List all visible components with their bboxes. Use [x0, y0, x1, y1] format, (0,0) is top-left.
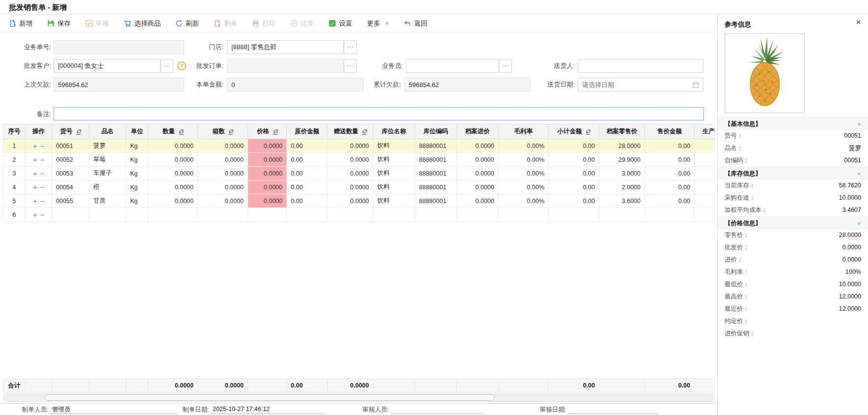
cell-code[interactable]: 00052 [52, 153, 89, 167]
settle-button: 结算 [290, 19, 314, 28]
info-item: 毛利率：100% [718, 266, 868, 278]
info-item-value: 10.0000 [839, 192, 861, 204]
customer-input[interactable] [54, 59, 161, 73]
window-title-bar: 批发销售单 - 新增 [0, 0, 868, 15]
horizontal-scrollbar-thumb[interactable] [45, 394, 495, 401]
cell-subtotal[interactable]: 0.00 [549, 167, 599, 180]
total-file_retail [599, 379, 645, 392]
table-row[interactable]: 1+−00051菠萝Kg0.00000.00000.00000.000.0000… [3, 139, 715, 153]
remove-row-button[interactable]: − [39, 156, 46, 164]
col-header-idx: 序号 [3, 124, 26, 139]
cell-boxes[interactable]: 0.0000 [198, 194, 248, 208]
cell-sale_amount: 0.00 [645, 153, 695, 167]
salesman-browse-button[interactable]: ⋯ [499, 59, 512, 73]
cell-price[interactable]: 0.0000 [248, 194, 287, 208]
store-browse-button[interactable]: ⋯ [344, 40, 357, 54]
remove-row-button[interactable]: − [39, 183, 46, 191]
add-button[interactable]: 新增 [9, 19, 32, 28]
cell-subtotal[interactable]: 0.00 [549, 180, 599, 194]
cell-gift_qty[interactable]: 0.0000 [328, 167, 373, 180]
cell-qty[interactable]: 0.0000 [148, 153, 198, 167]
save-icon [47, 20, 55, 27]
salesman-input[interactable] [406, 59, 499, 73]
cell-price[interactable]: 0.0000 [248, 167, 287, 180]
cell-idx: 2 [3, 153, 26, 167]
deliverer-input[interactable] [578, 59, 703, 73]
cell-loc_code: 88880001 [415, 167, 457, 180]
total-debt-label: 累计欠款: [368, 78, 401, 91]
section-header[interactable]: 【基本信息】∨ [718, 117, 868, 130]
section-header[interactable]: 【库存信息】∨ [718, 167, 868, 179]
totals-table: 合计0.00000.00000.000.00000.000.00 [3, 379, 715, 392]
cell-boxes[interactable]: 0.0000 [198, 153, 248, 167]
remove-row-button[interactable]: − [39, 211, 46, 219]
document-footer: 制单人员: 管理员制单日期: 2025-10-27 17:46:12审核人员: … [0, 403, 717, 415]
cell-boxes[interactable]: 0.0000 [198, 180, 248, 194]
table-row[interactable]: 3+−00053车厘子Kg0.00000.00000.00000.000.000… [3, 167, 715, 180]
add-row-button[interactable]: + [31, 156, 38, 164]
cell-file_cost: 0.0000 [457, 194, 499, 208]
cell-price[interactable]: 0.0000 [248, 180, 287, 194]
add-row-button[interactable]: + [31, 183, 38, 191]
store-input[interactable] [227, 40, 344, 54]
cell-code[interactable]: 00053 [52, 167, 89, 180]
calendar-icon[interactable] [693, 82, 699, 88]
cell-boxes[interactable]: 0.0000 [198, 167, 248, 180]
close-icon[interactable]: × [856, 18, 861, 27]
pineapple-image [738, 36, 792, 110]
remove-row-button[interactable]: − [39, 170, 46, 178]
total-idx: 合计 [3, 379, 26, 392]
total-debt-input [404, 78, 531, 91]
col-header-margin: 毛利率 [499, 124, 549, 139]
cell-qty[interactable]: 0.0000 [148, 139, 198, 153]
info-item-value: 12.0000 [839, 291, 861, 303]
cell-subtotal[interactable]: 0.00 [549, 139, 599, 153]
delivery-date-input[interactable] [578, 78, 703, 91]
cell-gift_qty[interactable]: 0.0000 [328, 180, 373, 194]
col-header-unit: 单位 [126, 124, 148, 139]
cell-code[interactable]: 00051 [52, 139, 89, 153]
more-button[interactable]: 更多∨ [367, 19, 389, 28]
remark-input[interactable] [54, 107, 704, 120]
save-button[interactable]: 保存 [47, 19, 71, 28]
settings-button[interactable]: 设置 [329, 19, 352, 28]
add-row-button[interactable]: + [31, 211, 38, 219]
cell-qty[interactable]: 0.0000 [148, 180, 198, 194]
add-row-button[interactable]: + [31, 197, 38, 205]
cell-subtotal[interactable]: 0.00 [549, 194, 599, 208]
table-row[interactable]: 5+−00055甘蔗Kg0.00000.00000.00000.000.0000… [3, 194, 715, 208]
customer-browse-button[interactable]: ⋯ [161, 59, 173, 73]
page-title: 批发销售单 - 新增 [9, 3, 67, 11]
back-button[interactable]: 返回 [404, 19, 427, 28]
cell-boxes[interactable]: 0.0000 [198, 139, 248, 153]
audit-icon [85, 20, 93, 27]
cell-code[interactable]: 00055 [52, 194, 89, 208]
cell-price[interactable]: 0.0000 [248, 153, 287, 167]
customer-help-icon[interactable]: ? [177, 61, 186, 70]
select-goods-button[interactable]: 选择商品 [124, 19, 161, 28]
total-sale_amount: 0.00 [645, 379, 695, 392]
cell-subtotal[interactable]: 0.00 [549, 153, 599, 167]
info-item-value: 100% [845, 266, 861, 278]
remove-row-button[interactable]: − [39, 142, 46, 150]
cell-gift_qty[interactable]: 0.0000 [328, 194, 373, 208]
cell-unit: Kg [126, 139, 148, 153]
cell-loc_name [373, 208, 415, 222]
table-row[interactable]: 4+−00054橙Kg0.00000.00000.00000.000.0000饮… [3, 180, 715, 194]
cell-code[interactable]: 00054 [52, 180, 89, 194]
wholesale-order-browse-button[interactable]: ⋯ [344, 59, 357, 73]
remove-row-button[interactable]: − [39, 197, 46, 205]
refresh-button[interactable]: 刷新 [175, 19, 199, 28]
cell-loc_code [415, 208, 457, 222]
section-header[interactable]: 【价格信息】∨ [718, 216, 868, 229]
table-row[interactable]: 2+−00052草莓Kg0.00000.00000.00000.000.0000… [3, 153, 715, 167]
cell-gift_qty[interactable]: 0.0000 [328, 139, 373, 153]
add-row-button[interactable]: + [31, 170, 38, 178]
add-row-button[interactable]: + [31, 142, 38, 150]
cell-qty[interactable]: 0.0000 [148, 194, 198, 208]
cell-loc_name: 饮料 [373, 194, 415, 208]
cell-price[interactable]: 0.0000 [248, 139, 287, 153]
table-row[interactable]: 6+− [3, 208, 715, 222]
cell-gift_qty[interactable]: 0.0000 [328, 153, 373, 167]
cell-qty[interactable]: 0.0000 [148, 167, 198, 180]
